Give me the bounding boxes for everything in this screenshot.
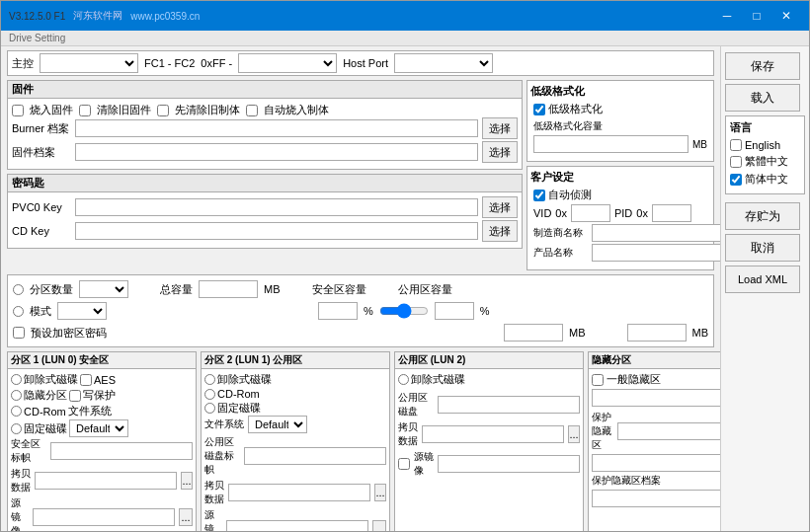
minimize-button[interactable]: ─ bbox=[712, 1, 742, 31]
lun1-source-mirror-input[interactable] bbox=[226, 520, 368, 531]
lun1-copy-data-input[interactable] bbox=[228, 484, 370, 501]
partition-count-radio[interactable] bbox=[13, 284, 24, 295]
maximize-button[interactable]: □ bbox=[742, 1, 771, 31]
close-button[interactable]: ✕ bbox=[771, 1, 801, 31]
low-format-capacity-input[interactable] bbox=[533, 135, 688, 153]
save-button[interactable]: 保存 bbox=[725, 52, 800, 80]
save-as-button[interactable]: 存贮为 bbox=[725, 202, 800, 230]
burn-firmware-checkbox[interactable] bbox=[12, 105, 24, 116]
pid-input[interactable] bbox=[652, 204, 691, 222]
lun2-copy-dots-btn[interactable]: ... bbox=[568, 425, 580, 443]
preset-password-checkbox[interactable] bbox=[13, 327, 25, 339]
burner-file-row: Burner 档案 选择 bbox=[12, 117, 518, 139]
lun1-public-disk-input[interactable] bbox=[244, 447, 386, 465]
partition-count-label: 分区数量 bbox=[30, 282, 73, 297]
lun1-cdrom-radio[interactable] bbox=[204, 389, 215, 400]
ff-select[interactable] bbox=[238, 53, 337, 73]
auto-detect-checkbox[interactable] bbox=[533, 190, 545, 201]
lun1-fs-label: 文件系统 bbox=[204, 418, 244, 431]
public-mb-input[interactable] bbox=[627, 324, 687, 342]
vid-prefix: 0x bbox=[555, 207, 567, 219]
product-name-row: 产品名称 bbox=[533, 244, 707, 262]
manufacturer-input[interactable] bbox=[592, 224, 720, 242]
lun0-source-mirror-input[interactable] bbox=[33, 508, 175, 526]
lun0-aes-checkbox[interactable] bbox=[80, 374, 92, 386]
lun0-write-protect-checkbox[interactable] bbox=[69, 390, 81, 402]
protect-hidden-input[interactable] bbox=[617, 422, 720, 440]
trad-chinese-checkbox[interactable] bbox=[730, 156, 742, 168]
load-xml-button[interactable]: Load XML bbox=[725, 266, 800, 293]
safe-slider[interactable] bbox=[379, 304, 429, 318]
lun0-cdrom-radio[interactable] bbox=[11, 406, 22, 417]
host-port-select[interactable] bbox=[394, 53, 493, 73]
hidden-kb1-input[interactable] bbox=[592, 389, 720, 407]
lun0-copy-dots-btn[interactable]: ... bbox=[181, 472, 193, 490]
fc-range-label: FC1 - FC2 bbox=[144, 57, 195, 69]
lun2-copy-data-input[interactable] bbox=[422, 425, 564, 443]
pvc0-key-input[interactable] bbox=[75, 198, 478, 216]
english-checkbox[interactable] bbox=[730, 139, 742, 151]
safe-percent-input[interactable] bbox=[318, 302, 358, 320]
protect-hidden-file-input[interactable] bbox=[592, 490, 720, 507]
partition-settings-section: 分区数量 总容量 MB 安全区容量 公用区容量 模式 bbox=[7, 274, 714, 347]
mode-select[interactable] bbox=[57, 302, 107, 320]
simp-chinese-checkbox[interactable] bbox=[730, 174, 742, 186]
lun0-write-protect-label: 写保护 bbox=[83, 388, 116, 403]
top-controls: 主控 FC1 - FC2 0xFF - Host Port bbox=[7, 50, 714, 76]
public-percent-input[interactable] bbox=[435, 302, 474, 320]
lun2-source-mirror-checkbox[interactable] bbox=[398, 458, 410, 470]
master-select[interactable] bbox=[40, 53, 138, 73]
load-button[interactable]: 载入 bbox=[725, 84, 800, 112]
lun0-copy-data-input[interactable] bbox=[35, 472, 177, 490]
firmware-file-input[interactable] bbox=[75, 143, 478, 161]
burner-file-input[interactable] bbox=[75, 119, 478, 137]
pre-clear-checkbox[interactable] bbox=[157, 105, 169, 116]
auto-burn-checkbox[interactable] bbox=[246, 105, 258, 116]
partition-settings-row3: 预设加密区密码 MB MB bbox=[11, 322, 710, 343]
lun2-removable-row: 卸除式磁碟 bbox=[398, 372, 580, 387]
lun2-source-mirror-input[interactable] bbox=[438, 455, 580, 473]
lun1-copy-dots-btn[interactable]: ... bbox=[374, 484, 386, 501]
vid-input[interactable] bbox=[571, 204, 610, 222]
lun0-removable-label: 卸除式磁碟 bbox=[24, 372, 78, 387]
lun1-fixed-radio[interactable] bbox=[204, 403, 215, 414]
cd-key-input[interactable] bbox=[75, 222, 478, 240]
safe-mb-input[interactable] bbox=[504, 324, 563, 342]
lun1-fs-select[interactable]: Default bbox=[248, 416, 307, 433]
firmware-select-btn[interactable]: 选择 bbox=[482, 141, 518, 163]
master-label: 主控 bbox=[12, 56, 34, 71]
lun0-mirror-dots-btn[interactable]: ... bbox=[179, 508, 193, 526]
simp-chinese-label: 简体中文 bbox=[745, 172, 788, 187]
general-hide-checkbox[interactable] bbox=[592, 374, 604, 386]
total-capacity-input[interactable] bbox=[199, 280, 258, 298]
cd-select-btn[interactable]: 选择 bbox=[482, 220, 518, 242]
lun0-removable-radio[interactable] bbox=[11, 374, 22, 385]
firmware-checkboxes-row: 烧入固件 清除旧固件 先清除旧制体 自动烧入制体 bbox=[12, 103, 518, 117]
partition-count-select[interactable] bbox=[79, 280, 128, 298]
hidden-kb2-input[interactable] bbox=[592, 454, 720, 472]
lun1-mirror-dots-btn[interactable]: ... bbox=[372, 520, 386, 531]
low-format-checkbox[interactable] bbox=[533, 104, 545, 115]
low-format-capacity-row: 低级格式化容量 bbox=[533, 119, 707, 133]
low-format-title: 低级格式化 bbox=[530, 84, 710, 99]
lun0-safe-area-input[interactable] bbox=[50, 442, 193, 460]
lun1-radio-group: 卸除式磁碟 CD-Rom 固定磁碟 bbox=[204, 372, 386, 416]
lun0-fs-select[interactable]: Default bbox=[69, 419, 128, 437]
hidden-partition-section: 隐藏分区 一般隐藏区 KB 保护隐藏区 KB bbox=[588, 351, 720, 531]
lun2-public-disk-row: 公用区磁盘 bbox=[398, 391, 580, 418]
title-bar-left: V3.12.5.0 F1 河东软件网 www.pc0359.cn bbox=[9, 9, 200, 23]
lun2-removable-radio[interactable] bbox=[398, 374, 409, 385]
product-name-input[interactable] bbox=[592, 244, 720, 262]
lun1-removable-radio[interactable] bbox=[204, 374, 215, 385]
manufacturer-label: 制造商名称 bbox=[533, 226, 588, 240]
pvc0-select-btn[interactable]: 选择 bbox=[482, 196, 518, 218]
lun0-hidden-radio[interactable] bbox=[11, 390, 22, 401]
lun0-fixed-radio[interactable] bbox=[11, 423, 22, 434]
cancel-button[interactable]: 取消 bbox=[725, 234, 800, 262]
clear-old-firmware-checkbox[interactable] bbox=[79, 105, 91, 116]
mode-radio[interactable] bbox=[13, 306, 24, 317]
lun0-copy-data-label: 拷贝数据 bbox=[11, 467, 31, 494]
hidden-kb1-row: KB bbox=[592, 389, 720, 407]
lun2-public-disk-input[interactable] bbox=[438, 396, 580, 414]
burner-select-btn[interactable]: 选择 bbox=[482, 117, 518, 139]
